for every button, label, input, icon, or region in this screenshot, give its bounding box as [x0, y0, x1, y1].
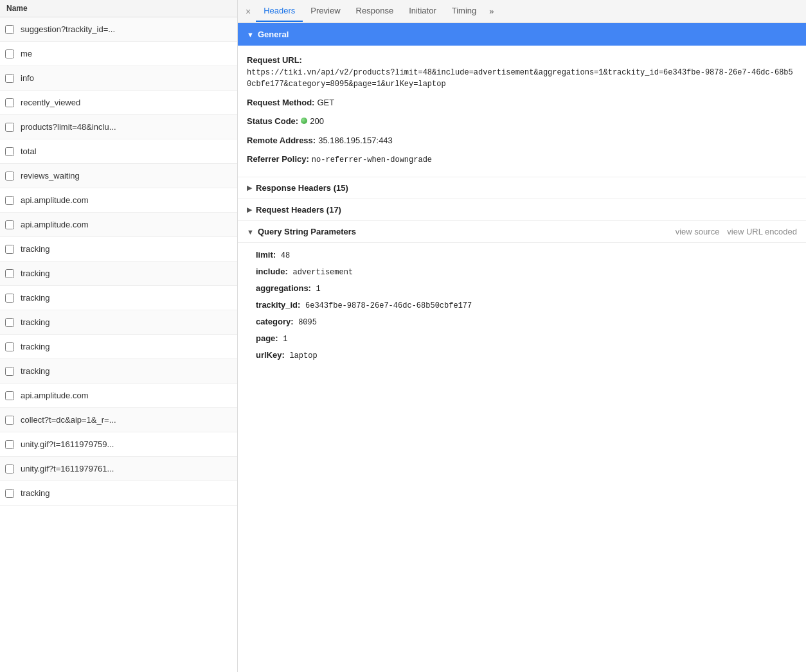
general-collapse-triangle: ▼ — [247, 31, 254, 39]
param-value: laptop — [289, 351, 317, 360]
list-item-text: unity.gif?t=1611979761... — [21, 464, 114, 473]
tab-response[interactable]: Response — [348, 1, 402, 22]
list-item-checkbox[interactable] — [5, 367, 14, 376]
list-item[interactable]: tracking — [0, 310, 237, 335]
list-item-text: info — [21, 73, 34, 83]
referrer-policy-label: Referrer Policy: — [247, 153, 309, 166]
list-item-checkbox[interactable] — [5, 220, 14, 229]
list-item-checkbox[interactable] — [5, 49, 14, 58]
list-item-checkbox[interactable] — [5, 98, 14, 107]
general-section: ▼ General Request URL: https://tiki.vn/a… — [238, 23, 806, 177]
list-item-checkbox[interactable] — [5, 74, 14, 83]
param-row: include: advertisement — [256, 263, 797, 280]
status-code-label: Status Code: — [247, 115, 298, 128]
param-row: trackity_id: 6e343fbe-9878-26e7-46dc-68b… — [256, 297, 797, 314]
request-headers-section-header[interactable]: ▶ Request Headers (17) — [238, 199, 806, 220]
tab-initiator[interactable]: Initiator — [401, 1, 444, 22]
list-item[interactable]: tracking — [0, 481, 237, 506]
list-item[interactable]: tracking — [0, 359, 237, 384]
list-item[interactable]: unity.gif?t=1611979761... — [0, 457, 237, 481]
view-source-link[interactable]: view source — [676, 227, 720, 236]
list-item-checkbox[interactable] — [5, 269, 14, 278]
list-item-text: tracking — [21, 366, 50, 376]
list-item-checkbox[interactable] — [5, 25, 14, 34]
tabs-more-button[interactable]: » — [484, 4, 499, 19]
list-item-checkbox[interactable] — [5, 391, 14, 400]
param-row: limit: 48 — [256, 247, 797, 263]
remote-address-value: 35.186.195.157:443 — [318, 134, 393, 147]
general-section-content: Request URL: https://tiki.vn/api/v2/prod… — [238, 46, 806, 177]
param-key: aggregations: — [256, 283, 311, 293]
view-url-encoded-link[interactable]: view URL encoded — [727, 227, 797, 236]
param-key: trackity_id: — [256, 300, 300, 310]
query-params-content: limit: 48 include: advertisement aggrega… — [238, 243, 806, 373]
query-string-actions: view source view URL encoded — [676, 227, 797, 236]
list-item-checkbox[interactable] — [5, 342, 14, 351]
param-key: include: — [256, 267, 288, 276]
list-item-text: collect?t=dc&aip=1&_r=... — [21, 415, 116, 425]
list-item[interactable]: collect?t=dc&aip=1&_r=... — [0, 408, 237, 432]
list-item-checkbox[interactable] — [5, 294, 14, 303]
param-value: 1 — [283, 335, 287, 344]
tab-timing[interactable]: Timing — [444, 1, 485, 22]
list-item-checkbox[interactable] — [5, 464, 14, 473]
remote-address-row: Remote Address: 35.186.195.157:443 — [247, 131, 797, 150]
list-item[interactable]: recently_viewed — [0, 91, 237, 115]
param-row: urlKey: laptop — [256, 347, 797, 364]
general-section-header[interactable]: ▼ General — [238, 23, 806, 46]
param-value: 1 — [316, 285, 321, 294]
list-item-checkbox[interactable] — [5, 416, 14, 425]
list-item-text: api.amplitude.com — [21, 391, 89, 400]
param-key: category: — [256, 317, 294, 326]
list-item[interactable]: api.amplitude.com — [0, 213, 237, 237]
list-item-checkbox[interactable] — [5, 440, 14, 449]
list-item[interactable]: tracking — [0, 335, 237, 359]
request-url-value: https://tiki.vn/api/v2/products?limit=48… — [247, 67, 797, 90]
list-item[interactable]: me — [0, 42, 237, 66]
list-item-checkbox[interactable] — [5, 196, 14, 205]
param-row: aggregations: 1 — [256, 280, 797, 297]
query-string-title: Query String Parameters — [258, 227, 356, 236]
list-item-text: api.amplitude.com — [21, 220, 89, 229]
list-item-checkbox[interactable] — [5, 318, 14, 327]
referrer-policy-value: no-referrer-when-downgrade — [312, 154, 432, 166]
list-item[interactable]: unity.gif?t=1611979759... — [0, 432, 237, 457]
list-item[interactable]: info — [0, 66, 237, 91]
request-url-row: Request URL: https://tiki.vn/api/v2/prod… — [247, 51, 797, 93]
response-headers-section-header[interactable]: ▶ Response Headers (15) — [238, 177, 806, 199]
panel-content: ▼ General Request URL: https://tiki.vn/a… — [238, 23, 806, 672]
list-item-checkbox[interactable] — [5, 489, 14, 498]
response-headers-section: ▶ Response Headers (15) — [238, 177, 806, 199]
list-item[interactable]: tracking — [0, 261, 237, 286]
list-item[interactable]: products?limit=48&inclu... — [0, 115, 237, 139]
referrer-policy-row: Referrer Policy: no-referrer-when-downgr… — [247, 150, 797, 169]
list-item[interactable]: tracking — [0, 286, 237, 310]
list-item-text: tracking — [21, 293, 50, 303]
param-key: urlKey: — [256, 350, 285, 360]
tab-preview[interactable]: Preview — [303, 1, 348, 22]
param-row: category: 8095 — [256, 314, 797, 330]
status-code-value: 200 — [310, 115, 324, 128]
general-section-title: General — [258, 30, 289, 39]
list-item[interactable]: total — [0, 139, 237, 164]
param-row: page: 1 — [256, 330, 797, 347]
tab-close-button[interactable]: × — [240, 4, 256, 19]
status-indicator-icon — [301, 118, 307, 124]
list-item[interactable]: api.amplitude.com — [0, 384, 237, 408]
list-item-text: unity.gif?t=1611979759... — [21, 439, 114, 449]
list-item-checkbox[interactable] — [5, 147, 14, 156]
list-item-checkbox[interactable] — [5, 123, 14, 132]
list-item[interactable]: suggestion?trackity_id=... — [0, 17, 237, 42]
list-item-text: reviews_waiting — [21, 171, 80, 181]
list-item-checkbox[interactable] — [5, 245, 14, 254]
param-value: 8095 — [298, 318, 317, 327]
param-value: advertisement — [292, 268, 353, 277]
tab-headers[interactable]: Headers — [256, 1, 303, 22]
list-item-text: tracking — [21, 269, 50, 278]
list-item-checkbox[interactable] — [5, 172, 14, 181]
list-item-text: recently_viewed — [21, 98, 80, 107]
list-item[interactable]: tracking — [0, 237, 237, 261]
query-string-triangle: ▼ — [247, 228, 254, 236]
list-item[interactable]: reviews_waiting — [0, 164, 237, 188]
list-item[interactable]: api.amplitude.com — [0, 188, 237, 213]
